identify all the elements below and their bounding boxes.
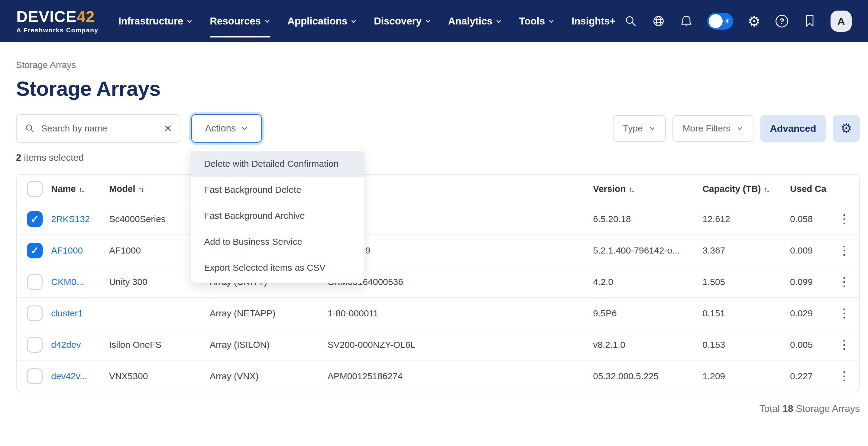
table-row: ✓ dev42v... VNX5300 Array (VNX) APM00125… (17, 360, 859, 392)
menu-item-add-to-business-service[interactable]: Add to Business Service (191, 229, 364, 255)
type-cell: Array (ISILON) (210, 340, 328, 350)
actions-dropdown-menu: Delete with Detailed Confirmation Fast B… (191, 149, 364, 283)
toggle-knob (709, 14, 723, 28)
sort-icon: ↑↓ (764, 185, 769, 193)
theme-toggle[interactable]: ☀ (707, 13, 733, 30)
menu-item-export-selected-csv[interactable]: Export Selected items as CSV (191, 255, 364, 281)
bookmark-icon[interactable] (803, 14, 817, 28)
settings-gear-icon[interactable]: ⚙ (747, 14, 761, 28)
chevron-down-icon (737, 125, 743, 132)
row-checkbox[interactable]: ✓ (27, 274, 42, 290)
selection-status: 2 items selected (16, 152, 860, 163)
chevron-down-icon (495, 18, 502, 25)
menu-item-delete-detailed-confirmation[interactable]: Delete with Detailed Confirmation (191, 151, 364, 177)
user-avatar[interactable]: A (831, 10, 852, 32)
nav-item-analytics[interactable]: Analytics (448, 0, 502, 42)
search-icon[interactable] (624, 14, 638, 28)
table-row: ✓ 2RKS132 Sc4000Series 6.5.20.18 12.612 … (17, 203, 859, 234)
type-cell: Array (NETAPP) (210, 308, 328, 318)
row-checkbox[interactable]: ✓ (27, 211, 42, 227)
notifications-bell-icon[interactable] (679, 14, 693, 28)
help-icon[interactable]: ? (775, 14, 789, 28)
used-capacity-cell: 0.227 (790, 371, 834, 381)
model-cell: Isilon OneFS (109, 340, 210, 350)
column-header-version[interactable]: Version↑↓ (593, 184, 702, 194)
capacity-cell: 0.151 (702, 308, 790, 318)
page-content: Storage Arrays Storage Arrays ✕ Actions … (0, 60, 868, 414)
storage-array-name-link[interactable]: dev42v... (51, 371, 87, 381)
search-input-icon (25, 123, 35, 134)
used-capacity-cell: 0.099 (790, 277, 834, 287)
storage-array-name-link[interactable]: CKM0... (51, 277, 84, 287)
table-row: ✓ cluster1 Array (NETAPP) 1-80-000011 9.… (17, 297, 859, 329)
model-cell: VNX5300 (109, 371, 210, 381)
storage-array-name-link[interactable]: cluster1 (51, 308, 83, 318)
select-all-checkbox[interactable]: ✓ (27, 181, 42, 197)
nav-item-applications[interactable]: Applications (287, 0, 357, 42)
breadcrumb[interactable]: Storage Arrays (16, 60, 860, 70)
sort-icon: ↑↓ (138, 185, 143, 193)
gear-icon: ⚙ (840, 122, 852, 135)
used-capacity-cell: 0.058 (790, 214, 834, 224)
sort-icon: ↑↓ (79, 185, 84, 193)
storage-array-name-link[interactable]: 2RKS132 (51, 214, 90, 224)
nav-item-resources[interactable]: Resources (210, 0, 271, 42)
globe-icon[interactable] (652, 14, 665, 28)
page-title: Storage Arrays (16, 77, 860, 100)
serial-cell: CKM00164000536 (328, 277, 593, 287)
row-actions-kebab-icon[interactable]: ⋮ (838, 338, 850, 351)
chevron-down-icon (264, 18, 271, 25)
top-nav: DEVICE42 A Freshworks Company Infrastruc… (0, 0, 868, 42)
row-checkbox[interactable]: ✓ (27, 337, 42, 353)
capacity-cell: 0.153 (702, 340, 790, 350)
chevron-down-icon (350, 18, 357, 25)
device42-logo[interactable]: DEVICE42 A Freshworks Company (16, 9, 98, 34)
version-cell: 5.2.1.400-796142-o... (593, 245, 702, 256)
storage-array-name-link[interactable]: d42dev (51, 340, 81, 350)
row-actions-kebab-icon[interactable]: ⋮ (838, 212, 850, 225)
actions-button[interactable]: Actions (191, 114, 262, 142)
version-cell: 6.5.20.18 (593, 214, 702, 224)
type-cell: Array (VNX) (210, 371, 328, 381)
main-menu: Infrastructure Resources Applications Di… (119, 0, 616, 42)
more-filters-dropdown[interactable]: More Filters (673, 115, 753, 142)
row-actions-kebab-icon[interactable]: ⋮ (838, 244, 850, 257)
nav-icon-group: ☀ ⚙ ? A (624, 10, 852, 32)
table-header-row: ✓ Name↑↓ Model↑↓ Version↑↓ Capacity (TB)… (17, 174, 859, 203)
chevron-down-icon (186, 18, 193, 25)
search-box: ✕ (16, 114, 180, 142)
chevron-down-icon (241, 125, 248, 132)
capacity-cell: 1.209 (702, 371, 790, 381)
chevron-down-icon (425, 18, 431, 25)
menu-item-fast-background-archive[interactable]: Fast Background Archive (191, 203, 364, 229)
row-actions-kebab-icon[interactable]: ⋮ (838, 275, 850, 288)
nav-item-insights-plus[interactable]: Insights+ (571, 0, 616, 42)
menu-item-fast-background-delete[interactable]: Fast Background Delete (191, 177, 364, 203)
row-actions-kebab-icon[interactable]: ⋮ (838, 307, 850, 320)
row-checkbox[interactable]: ✓ (27, 368, 42, 384)
column-header-capacity[interactable]: Capacity (TB)↑↓ (702, 184, 790, 194)
sun-icon: ☀ (724, 18, 731, 25)
row-checkbox[interactable]: ✓ (27, 306, 42, 321)
search-input[interactable] (41, 123, 158, 133)
type-filter-dropdown[interactable]: Type (613, 115, 666, 142)
row-actions-kebab-icon[interactable]: ⋮ (838, 369, 850, 383)
total-count: Total 18 Storage Arrays (16, 403, 860, 414)
advanced-button[interactable]: Advanced (760, 115, 826, 142)
clear-search-icon[interactable]: ✕ (164, 123, 172, 134)
version-cell: v8.2.1.0 (593, 340, 702, 350)
serial-cell: 9 (328, 245, 593, 256)
column-header-used-capacity[interactable]: Used Ca (790, 184, 834, 194)
capacity-cell: 3.367 (702, 245, 790, 256)
nav-item-tools[interactable]: Tools (519, 0, 555, 42)
nav-item-discovery[interactable]: Discovery (374, 0, 431, 42)
column-header-name[interactable]: Name↑↓ (51, 184, 109, 194)
storage-array-name-link[interactable]: AF1000 (51, 245, 83, 255)
used-capacity-cell: 0.009 (790, 245, 834, 256)
table-settings-button[interactable]: ⚙ (833, 115, 860, 142)
used-capacity-cell: 0.005 (790, 340, 834, 350)
table-row: ✓ d42dev Isilon OneFS Array (ISILON) SV2… (17, 329, 859, 360)
version-cell: 9.5P6 (593, 308, 702, 318)
nav-item-infrastructure[interactable]: Infrastructure (119, 0, 193, 42)
row-checkbox[interactable]: ✓ (27, 243, 42, 258)
